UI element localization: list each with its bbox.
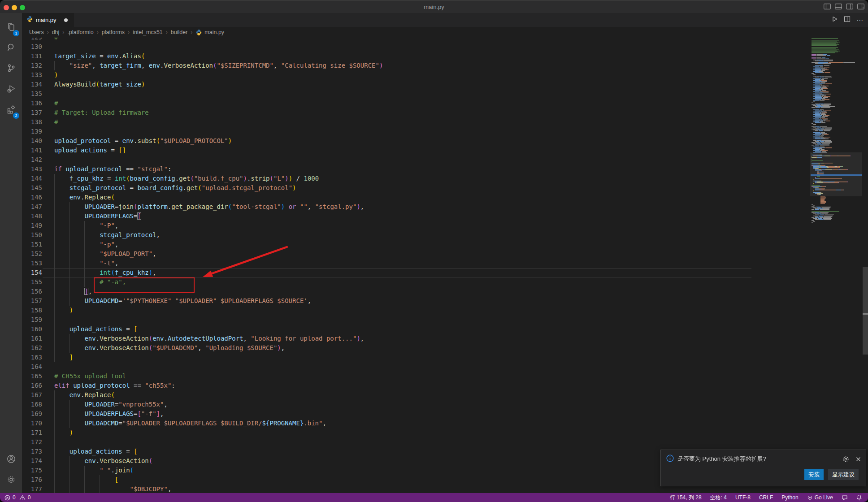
notification-message: 是否要为 Python 安装推荐的扩展? [677, 455, 842, 463]
line-number: 135 [22, 89, 42, 99]
title-bar: main.py [0, 0, 868, 13]
line-number: 159 [22, 315, 42, 325]
activity-settings[interactable] [0, 471, 22, 490]
line-number: 153 [22, 259, 42, 268]
line-number: 158 [22, 306, 42, 315]
indent-guide [54, 437, 55, 447]
breadcrumb-item[interactable]: builder [171, 29, 188, 35]
code-text: upload_actions = [ [54, 447, 137, 456]
activity-run-debug[interactable] [0, 80, 22, 100]
activity-explorer[interactable]: 1 [0, 18, 22, 38]
code-line-135: 135 [22, 89, 810, 99]
code-line-146: 146 env.Replace( [22, 193, 810, 202]
line-number: 157 [22, 296, 42, 306]
code-line-131: 131target_size = env.Alias( [22, 52, 810, 61]
status-feedback[interactable] [842, 495, 848, 501]
warning-count: 0 [28, 494, 31, 501]
code-line-168: 168 UPLOADER="vnproch55x", [22, 400, 810, 409]
line-number: 164 [22, 362, 42, 372]
editor-more-actions-icon[interactable]: ⋯ [856, 16, 864, 24]
line-number: 175 [22, 466, 42, 475]
search-icon [6, 42, 17, 55]
modified-dot-icon[interactable] [64, 18, 68, 22]
code-line-139: 139 [22, 127, 810, 136]
toggle-panel-bottom-icon[interactable] [835, 4, 842, 9]
toggle-panel-left-icon[interactable] [824, 4, 831, 9]
code-text: " ".join( [54, 466, 134, 475]
line-number: 165 [22, 372, 42, 381]
status-notifications-bell[interactable] [856, 494, 862, 501]
notification-button-secondary[interactable]: 显示建议 [828, 469, 859, 480]
line-number: 142 [22, 155, 42, 164]
activity-account[interactable] [0, 450, 22, 470]
layout-controls [824, 4, 864, 9]
line-number: 161 [22, 334, 42, 343]
scrollbar-cursor-mark [863, 313, 868, 315]
code-text: stcgal_protocol, [54, 230, 160, 240]
line-number: 168 [22, 400, 42, 409]
code-text: UPLOADERFLAGS=[ [54, 212, 141, 221]
breadcrumb-item[interactable]: .platformio [67, 29, 93, 35]
breadcrumb-separator: › [128, 29, 130, 35]
code-text: UPLOADERFLAGS=["-f"], [54, 409, 164, 419]
code-text: [ [54, 475, 118, 485]
code-text: # [54, 117, 58, 127]
breadcrumb-separator: › [97, 29, 99, 35]
code-line-129: 129# [22, 38, 810, 42]
status-utf-8[interactable]: UTF-8 [735, 494, 751, 501]
activity-source-control[interactable] [0, 59, 22, 79]
code-text: "-P", [54, 221, 118, 230]
code-line-165: 165# CH55x upload tool [22, 372, 810, 381]
line-number: 143 [22, 164, 42, 174]
status-crlf[interactable]: CRLF [759, 494, 773, 501]
line-number: 176 [22, 475, 42, 485]
error-count: 0 [13, 494, 16, 501]
line-number: 162 [22, 343, 42, 353]
line-number: 130 [22, 42, 42, 52]
code-line-169: 169 UPLOADERFLAGS=["-f"], [22, 409, 810, 419]
breadcrumb-item[interactable]: platforms [102, 29, 125, 35]
notification-settings-icon[interactable] [842, 456, 849, 463]
status--154-28[interactable]: 行 154, 列 28 [670, 494, 702, 502]
breadcrumb-item[interactable]: intel_mcs51 [133, 29, 163, 35]
split-editor-icon[interactable] [844, 16, 851, 24]
activity-extensions[interactable]: 2 [0, 100, 22, 120]
status--4[interactable]: 空格: 4 [710, 494, 727, 502]
code-line-142: 142 [22, 155, 810, 164]
scrollbar-track[interactable] [862, 38, 868, 493]
account-icon [6, 454, 17, 466]
run-python-file-icon[interactable] [831, 16, 838, 24]
breadcrumb-item[interactable]: Users [29, 29, 44, 35]
notification-close-icon[interactable] [855, 456, 861, 462]
breadcrumb-item[interactable]: dhj [52, 29, 60, 35]
customize-layout-icon[interactable] [857, 4, 864, 9]
status-go-live[interactable]: Go Live [807, 494, 833, 501]
activity-search[interactable] [0, 39, 22, 58]
breadcrumb-separator: › [166, 29, 168, 35]
status-python[interactable]: Python [781, 494, 798, 501]
line-number: 154 [22, 268, 42, 277]
code-text: "-t", [54, 259, 118, 268]
breadcrumb-item[interactable]: main.py [195, 29, 224, 36]
line-number: 138 [22, 117, 42, 127]
code-line-158: 158 ) [22, 306, 810, 315]
code-editor[interactable]: 129#130131target_size = env.Alias(132 "s… [22, 38, 868, 493]
code-line-143: 143if upload_protocol == "stcgal": [22, 164, 810, 174]
notification-toast: 是否要为 Python 安装推荐的扩展? 安装显示建议 [660, 450, 866, 486]
line-number: 166 [22, 381, 42, 390]
line-number: 131 [22, 52, 42, 61]
line-number: 132 [22, 61, 42, 70]
line-number: 137 [22, 108, 42, 117]
notification-button-primary[interactable]: 安装 [804, 469, 824, 480]
status-bar: 0 0 行 154, 列 28空格: 4UTF-8CRLFPythonGo Li… [0, 493, 868, 502]
tab-main-py[interactable]: main.py [22, 13, 74, 27]
code-line-166: 166elif upload_protocol == "ch55x": [22, 381, 810, 390]
toggle-panel-right-icon[interactable] [846, 4, 853, 9]
minimap[interactable] [810, 38, 860, 493]
line-number: 173 [22, 447, 42, 456]
line-number: 147 [22, 202, 42, 212]
scrollbar-slider[interactable] [863, 267, 868, 355]
errors-icon [4, 495, 10, 501]
status-problems[interactable]: 0 0 [4, 493, 30, 502]
line-number: 174 [22, 456, 42, 466]
